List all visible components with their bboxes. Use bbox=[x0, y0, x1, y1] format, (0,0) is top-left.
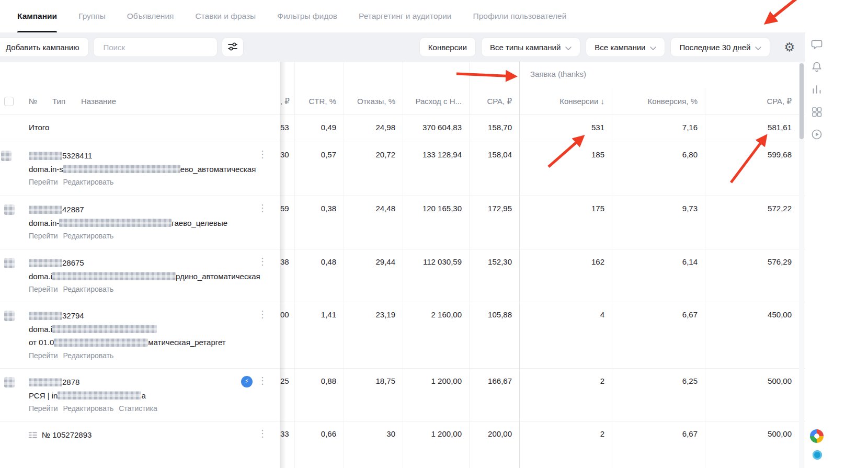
blue-circle-icon[interactable] bbox=[813, 450, 822, 460]
campaign-name[interactable]: рдино_автоматическая bbox=[176, 270, 260, 283]
campaign-id[interactable]: 42887 bbox=[62, 203, 84, 216]
row-menu-button[interactable]: ⋮ bbox=[258, 375, 267, 386]
campaign-id[interactable]: 32794 bbox=[62, 309, 84, 323]
filter-settings-button[interactable] bbox=[222, 37, 244, 57]
toolbar: Добавить кампанию Конверсии Все типы кам… bbox=[0, 32, 805, 62]
color-wheel-icon[interactable] bbox=[810, 429, 824, 443]
campaign-id[interactable]: 2878 bbox=[62, 375, 79, 389]
row-menu-button[interactable]: ⋮ bbox=[258, 309, 267, 320]
tab-retargeting[interactable]: Ретаргетинг и аудитории bbox=[359, 0, 451, 32]
col-header-cpa[interactable]: CPA, ₽ bbox=[469, 88, 519, 115]
row-select-cell[interactable] bbox=[0, 249, 21, 302]
campaign-type-filter[interactable]: Все типы кампаний bbox=[481, 37, 580, 57]
row-menu-button[interactable]: ⋮ bbox=[258, 428, 267, 439]
col-header-clipped[interactable]: , ₽ bbox=[280, 88, 294, 115]
edit-link[interactable]: Редактировать bbox=[63, 402, 113, 416]
metric-cell-conversions: 2 bbox=[519, 421, 612, 468]
col-header-cost[interactable]: Расход с Н... bbox=[403, 88, 469, 115]
row-menu-button[interactable]: ⋮ bbox=[258, 202, 267, 214]
redacted-checkbox bbox=[4, 204, 15, 215]
metric-cell: 370 604,83 bbox=[403, 115, 469, 142]
tab-ads[interactable]: Объявления bbox=[127, 0, 174, 32]
edit-link[interactable]: Редактировать bbox=[63, 283, 113, 296]
chart-icon[interactable] bbox=[811, 84, 868, 95]
campaigns-table: Заявка (thanks) № Тип Название , ₽ CTR, … bbox=[0, 62, 805, 468]
search-input[interactable] bbox=[102, 42, 209, 52]
campaign-name[interactable]: doma.in-s bbox=[29, 163, 63, 176]
goto-link[interactable]: Перейти bbox=[29, 230, 58, 243]
bell-icon[interactable] bbox=[811, 61, 868, 73]
sliders-icon bbox=[228, 42, 237, 52]
campaign-name[interactable]: doma.in- bbox=[29, 216, 59, 230]
tab-campaigns[interactable]: Кампании bbox=[17, 0, 57, 32]
statistics-link[interactable]: Статистика bbox=[119, 402, 157, 416]
campaign-id[interactable]: 28675 bbox=[62, 256, 84, 270]
campaign-name[interactable]: матическая_ретаргет bbox=[148, 336, 225, 349]
scrollbar-thumb[interactable] bbox=[800, 63, 804, 139]
row-select-cell[interactable] bbox=[0, 142, 21, 196]
campaign-filter[interactable]: Все кампании bbox=[586, 37, 665, 57]
goto-link[interactable]: Перейти bbox=[29, 176, 58, 189]
autostrategy-lightning-icon[interactable]: ⚡ bbox=[241, 376, 253, 387]
select-all-checkbox[interactable] bbox=[4, 97, 14, 106]
col-header-type[interactable]: Тип bbox=[45, 88, 73, 115]
redacted-checkbox bbox=[4, 258, 15, 268]
goto-link[interactable]: Перейти bbox=[29, 402, 58, 416]
campaign-name[interactable]: РСЯ | in bbox=[29, 389, 58, 403]
campaign-name-cell: № 105272893 ⋮ bbox=[21, 421, 280, 468]
metric-cell: 1 200,00 bbox=[403, 369, 469, 421]
date-range-filter[interactable]: Последние 30 дней bbox=[670, 37, 770, 57]
row-menu-button[interactable]: ⋮ bbox=[258, 256, 267, 267]
campaign-name-cell: 2878 РСЯ | inа ПерейтиРедактироватьСтати… bbox=[21, 369, 280, 421]
apps-grid-icon[interactable] bbox=[811, 106, 868, 118]
campaign-name[interactable]: doma.i bbox=[29, 270, 52, 283]
edit-link[interactable]: Редактировать bbox=[63, 230, 113, 243]
row-select-cell[interactable] bbox=[0, 369, 21, 421]
col-header-bounce[interactable]: Отказы, % bbox=[344, 88, 403, 115]
col-header-num[interactable]: № bbox=[21, 88, 45, 115]
goto-link[interactable]: Перейти bbox=[29, 349, 58, 363]
campaign-name[interactable]: гаево_целевые bbox=[172, 216, 227, 230]
col-header-conv-rate[interactable]: Конверсия, % bbox=[612, 88, 705, 115]
row-select-cell[interactable] bbox=[0, 302, 21, 368]
col-header-cpa2[interactable]: CPA, ₽ bbox=[705, 88, 799, 115]
campaign-name[interactable]: doma.i bbox=[29, 323, 52, 336]
col-header-name[interactable]: Название bbox=[73, 88, 280, 115]
row-select-cell[interactable] bbox=[0, 196, 21, 249]
metric-cell: 572,22 bbox=[705, 196, 799, 249]
tab-feed-filters[interactable]: Фильтры фидов bbox=[277, 0, 337, 32]
metric-cell: 24,48 bbox=[344, 196, 403, 249]
tab-bids-phrases[interactable]: Ставки и фразы bbox=[195, 0, 256, 32]
goal-group-label[interactable]: Заявка (thanks) bbox=[519, 62, 799, 88]
row-menu-button[interactable]: ⋮ bbox=[258, 149, 267, 160]
metric-cell: 133 128,94 bbox=[403, 142, 469, 196]
add-campaign-button[interactable]: Добавить кампанию bbox=[0, 37, 89, 57]
metric-cell: 166,67 bbox=[469, 369, 519, 421]
campaign-id[interactable]: 5328411 bbox=[62, 149, 92, 163]
edit-link[interactable]: Редактировать bbox=[63, 349, 113, 363]
row-select-cell[interactable] bbox=[0, 421, 21, 468]
campaign-id[interactable]: № 105272893 bbox=[42, 428, 92, 442]
chat-icon[interactable] bbox=[811, 39, 868, 50]
vertical-scrollbar[interactable] bbox=[799, 62, 804, 468]
col-header-conversions-sorted[interactable]: Конверсии ↓ bbox=[519, 88, 612, 115]
campaign-name[interactable]: от 01.0 bbox=[29, 336, 54, 349]
goto-link[interactable]: Перейти bbox=[29, 283, 58, 296]
edit-link[interactable]: Редактировать bbox=[63, 176, 113, 189]
tab-groups[interactable]: Группы bbox=[78, 0, 106, 32]
play-circle-icon[interactable] bbox=[811, 129, 868, 140]
metric-cell: 599,68 bbox=[705, 142, 799, 196]
col-header-ctr[interactable]: CTR, % bbox=[294, 88, 344, 115]
campaign-name[interactable]: а bbox=[141, 389, 145, 403]
tab-user-profiles[interactable]: Профили пользователей bbox=[473, 0, 567, 32]
search-box[interactable] bbox=[93, 37, 218, 57]
redacted-checkbox bbox=[1, 151, 12, 161]
metric-cell: 6,67 bbox=[612, 302, 705, 368]
campaign-name[interactable]: ево_автоматическая bbox=[180, 163, 256, 176]
metric-cell: 152,30 bbox=[469, 249, 519, 302]
metric-cell: 576,29 bbox=[705, 249, 799, 302]
metric-cell: 0,57 bbox=[294, 142, 344, 196]
gear-icon[interactable]: ⚙ bbox=[781, 41, 798, 54]
conversions-button[interactable]: Конверсии bbox=[419, 37, 476, 57]
table-header-row: № Тип Название , ₽ CTR, % Отказы, % Расх… bbox=[0, 88, 805, 115]
